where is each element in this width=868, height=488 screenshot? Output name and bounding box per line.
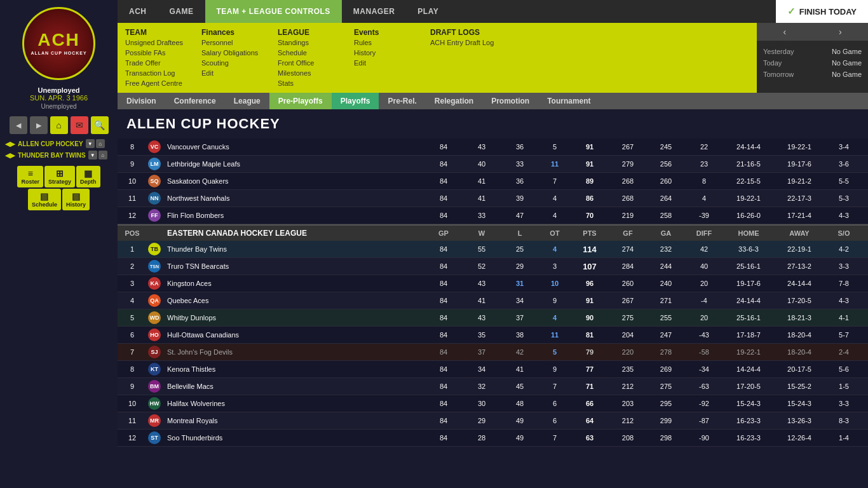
ga-cell: 271 [647, 294, 685, 307]
away-header: AWAY [774, 229, 825, 238]
gf-cell: 267 [609, 140, 647, 153]
ga-header: GA [647, 229, 685, 238]
pts-cell: 64 [571, 414, 609, 427]
icon-cell: HW [142, 397, 167, 410]
nav-search-button[interactable]: 🔍 [91, 116, 109, 134]
nav-mail-button[interactable]: ✉ [71, 116, 88, 134]
menu-events-edit[interactable]: Edit [354, 58, 415, 67]
nav-forward-button[interactable]: ▶ [30, 116, 48, 134]
w-cell: 28 [463, 431, 501, 444]
mega-col-events: Events Rules History Edit [346, 23, 423, 93]
gp-cell: 84 [424, 431, 463, 444]
tab-team-league[interactable]: TEAM + LEAGUE CONTROLS [205, 0, 342, 23]
ga-cell: 264 [647, 192, 685, 205]
menu-personnel[interactable]: Personnel [201, 38, 262, 47]
w-cell: 52 [463, 260, 501, 273]
menu-history[interactable]: History [354, 48, 415, 57]
menu-league-schedule[interactable]: Schedule [278, 48, 339, 57]
ot-cell: 10 [539, 277, 571, 290]
tab-ach[interactable]: ACH [118, 0, 158, 23]
today-value: No Game [832, 59, 862, 67]
name-cell: Kingston Aces [167, 277, 424, 290]
tab-pre-rel[interactable]: Pre-Rel. [379, 93, 425, 109]
tab-division[interactable]: Division [118, 93, 165, 109]
pos-cell: 10 [123, 397, 142, 410]
tab-game[interactable]: GAME [158, 0, 205, 23]
menu-possible-fas[interactable]: Possible FAs [125, 48, 186, 57]
logo-ach-text: ACH [37, 30, 80, 50]
gp-cell: 84 [424, 329, 463, 341]
menu-standings[interactable]: Standings [278, 38, 339, 47]
menu-scouting[interactable]: Scouting [201, 58, 262, 67]
right-nav-prev[interactable]: ‹ [757, 23, 813, 41]
tab-promotion[interactable]: Promotion [482, 93, 538, 109]
l-cell: 33 [501, 158, 539, 170]
so-cell: 1-5 [825, 380, 863, 393]
tab-league[interactable]: League [225, 93, 269, 109]
home-cell: 19-17-6 [723, 277, 774, 290]
right-nav-next[interactable]: › [813, 23, 869, 41]
menu-entry-draft-log[interactable]: ACH Entry Draft Log [430, 38, 494, 47]
ach-icon2: ⌂ [96, 139, 105, 148]
tomorrow-label: Tomorrow [763, 71, 794, 78]
schedule-button[interactable]: ▤ Schedule [28, 189, 61, 210]
name-cell: Belleville Macs [167, 380, 424, 393]
menu-trade-offer[interactable]: Trade Offer [125, 58, 186, 67]
icon-cell: BM [142, 380, 167, 393]
pos-cell: 3 [123, 277, 142, 290]
ga-cell: 298 [647, 431, 685, 444]
menu-salary-obligations[interactable]: Salary Obligations [201, 48, 262, 57]
gp-cell: 84 [424, 140, 463, 153]
gp-cell: 84 [424, 346, 463, 358]
so-cell: 4-3 [825, 294, 863, 307]
menu-unsigned-draftees[interactable]: Unsigned Draftees [125, 38, 186, 47]
away-cell: 15-25-2 [774, 380, 825, 393]
name-cell: Soo Thunderbirds [167, 431, 424, 444]
gp-cell: 84 [424, 380, 463, 393]
menu-milestones[interactable]: Milestones [278, 69, 339, 78]
so-cell: 3-4 [825, 140, 863, 153]
gf-cell: 220 [609, 346, 647, 358]
menu-free-agent-centre[interactable]: Free Agent Centre [125, 79, 186, 88]
roster-button[interactable]: ≡ Roster [17, 166, 43, 187]
home-cell: 16-23-3 [723, 414, 774, 427]
tab-pre-playoffs[interactable]: Pre-Playoffs [269, 93, 332, 109]
gf-cell: 212 [609, 414, 647, 427]
away-cell: 18-20-4 [774, 329, 825, 341]
menu-rules[interactable]: Rules [354, 38, 415, 47]
table-row: 4 QA Quebec Aces 84 41 34 9 91 267 271 -… [118, 292, 868, 309]
history-button[interactable]: ▤ History [62, 189, 90, 210]
icon-cell: VC [142, 140, 167, 153]
so-cell: 5-7 [825, 329, 863, 341]
name-cell: Lethbridge Maple Leafs [167, 158, 424, 170]
tab-manager[interactable]: MANAGER [342, 0, 407, 23]
finish-today-button[interactable]: ✓ FINISH TODAY [776, 0, 868, 23]
nav-back-button[interactable]: ◀ [10, 116, 27, 134]
pos-cell: 6 [123, 329, 142, 341]
menu-finances-edit[interactable]: Edit [201, 69, 262, 78]
l-cell: 36 [501, 175, 539, 187]
pos-cell: 9 [123, 158, 142, 170]
menu-transaction-log[interactable]: Transaction Log [125, 69, 186, 78]
menu-front-office[interactable]: Front Office [278, 58, 339, 67]
icon-cell: TB [142, 243, 167, 255]
nav-home-button[interactable]: ⌂ [50, 116, 68, 134]
table-row: 3 KA Kingston Aces 84 43 31 10 96 260 24… [118, 275, 868, 292]
tab-play[interactable]: PLAY [406, 0, 450, 23]
ot-cell: 4 [539, 243, 571, 255]
home-cell: 16-26-0 [723, 209, 774, 222]
strategy-button[interactable]: ⊞ Strategy [44, 166, 75, 187]
menu-stats[interactable]: Stats [278, 79, 339, 88]
main-area: ACH GAME TEAM + LEAGUE CONTROLS MANAGER … [118, 0, 868, 447]
tab-relegation[interactable]: Relegation [426, 93, 482, 109]
tab-playoffs[interactable]: Playoffs [332, 93, 379, 109]
so-cell: 3-6 [825, 158, 863, 170]
icon-cell: SJ [142, 346, 167, 358]
depth-button[interactable]: ▦ Depth [76, 166, 100, 187]
yesterday-value: No Game [832, 48, 862, 55]
gp-cell: 84 [424, 243, 463, 255]
pts-cell: 90 [571, 311, 609, 324]
tab-conference[interactable]: Conference [165, 93, 225, 109]
so-cell: 4-1 [825, 311, 863, 324]
tab-tournament[interactable]: Tournament [538, 93, 599, 109]
